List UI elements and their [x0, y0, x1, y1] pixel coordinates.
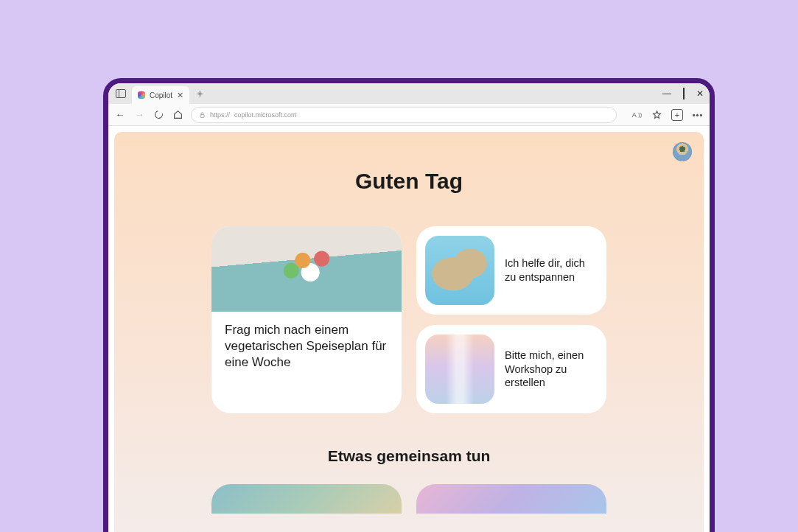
tab-copilot[interactable]: Copilot ✕	[132, 86, 189, 104]
card-workshop-label: Bitte mich, einen Workshop zu erstellen	[505, 349, 598, 391]
tab-close-button[interactable]: ✕	[177, 91, 183, 100]
favorites-button[interactable]	[651, 109, 662, 121]
window-close-button[interactable]: ✕	[696, 88, 704, 99]
window-minimize-button[interactable]: —	[662, 88, 671, 99]
card-peek-2[interactable]	[416, 484, 606, 514]
card-relax[interactable]: Ich helfe dir, dich zu entspannen	[416, 226, 606, 315]
card-workshop-image	[425, 335, 494, 404]
copilot-favicon-icon	[138, 91, 145, 99]
window-maximize-button[interactable]	[683, 88, 685, 99]
card-peek-2-image	[416, 484, 606, 514]
card-workshop[interactable]: Bitte mich, einen Workshop zu erstellen	[416, 325, 606, 413]
url-host: copilot.microsoft.com	[234, 111, 297, 119]
avatar[interactable]	[673, 142, 692, 161]
card-relax-label: Ich helfe dir, dich zu entspannen	[505, 256, 598, 284]
collections-button[interactable]: +	[671, 109, 683, 121]
toolbar: ← → https://copilot.microsoft.com A)) + …	[108, 104, 710, 126]
together-cards	[114, 484, 704, 514]
suggestion-cards: Frag mich nach einem vegetarischen Speis…	[114, 226, 704, 413]
address-bar[interactable]: https://copilot.microsoft.com	[191, 107, 617, 123]
tab-bar: Copilot ✕ + — ✕	[108, 83, 710, 104]
refresh-button[interactable]	[153, 109, 164, 121]
new-tab-button[interactable]: +	[197, 88, 203, 99]
back-button[interactable]: ←	[114, 109, 126, 121]
read-aloud-button[interactable]: A))	[630, 109, 642, 121]
tab-title: Copilot	[150, 91, 172, 99]
card-peek-1-image	[211, 484, 402, 514]
card-side-column: Ich helfe dir, dich zu entspannen Bitte …	[416, 226, 606, 413]
viewport: Guten Tag Frag mich nach einem vegetaris…	[108, 126, 710, 532]
backdrop: Copilot ✕ + — ✕ ← → https://copilot.mi	[10, 10, 788, 532]
svg-rect-0	[200, 114, 204, 117]
page-title: Guten Tag	[114, 169, 704, 194]
toolbar-right: A)) + •••	[630, 109, 704, 121]
window-controls: — ✕	[662, 83, 704, 104]
url-scheme: https://	[210, 111, 230, 119]
card-meal-plan-image	[211, 226, 402, 312]
more-menu-button[interactable]: •••	[692, 109, 704, 121]
tab-overview-icon[interactable]	[116, 89, 126, 98]
section-heading: Etwas gemeinsam tun	[114, 447, 704, 465]
card-relax-image	[425, 236, 494, 305]
browser-window: Copilot ✕ + — ✕ ← → https://copilot.mi	[103, 78, 715, 532]
card-meal-plan[interactable]: Frag mich nach einem vegetarischen Speis…	[211, 226, 402, 413]
copilot-page: Guten Tag Frag mich nach einem vegetaris…	[114, 132, 704, 532]
card-peek-1[interactable]	[211, 484, 402, 514]
forward-button[interactable]: →	[133, 109, 145, 121]
card-meal-plan-label: Frag mich nach einem vegetarischen Speis…	[211, 312, 402, 375]
home-button[interactable]	[172, 109, 183, 121]
lock-icon	[199, 111, 206, 119]
